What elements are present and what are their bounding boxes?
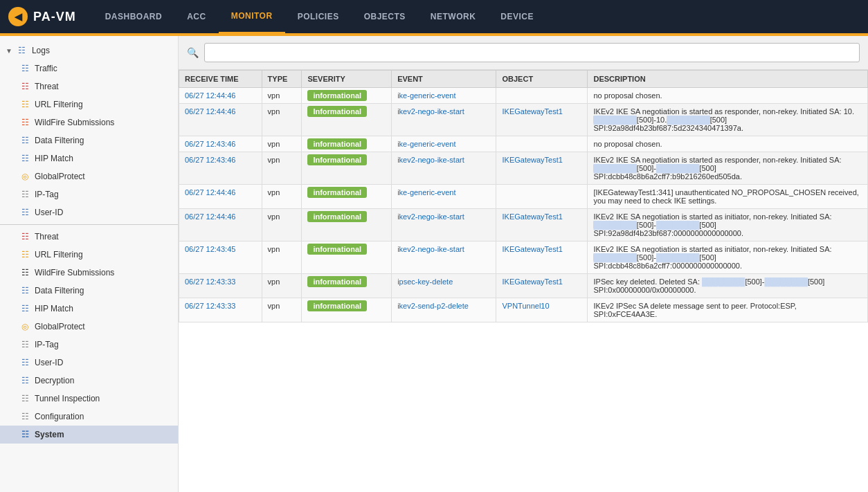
cell-time: 06/27 12:43:33 [179,274,262,298]
col-object: OBJECT [496,71,588,88]
severity-badge: Informational [307,106,367,117]
wildfire2-icon: ☷ [19,267,30,278]
cell-type: vpn [262,104,302,136]
sidebar-item-data-filtering[interactable]: ☷ Data Filtering [0,131,178,149]
hip-icon: ☷ [19,153,30,164]
search-input[interactable] [204,43,860,62]
cell-event: ike-generic-event [392,136,496,152]
sidebar-item-gp2[interactable]: ◎ GlobalProtect [0,318,178,336]
sidebar-item-iptag2[interactable]: ☷ IP-Tag [0,336,178,354]
sidebar-item-globalprotect[interactable]: ◎ GlobalProtect [0,167,178,185]
severity-badge: Informational [307,154,367,165]
table-row[interactable]: 06/27 12:43:46 vpn informational ike-gen… [179,136,868,152]
logo-area: ◀ PA-VM [8,7,76,26]
sidebar-divider [0,224,178,225]
cell-time: 06/27 12:44:46 [179,104,262,136]
table-row[interactable]: 06/27 12:44:46 vpn Informational ikev2-n… [179,104,868,136]
sidebar-datafilter2-label: Data Filtering [35,286,84,295]
cell-event: ikev2-send-p2-delete [392,298,496,322]
cell-severity: Informational [302,152,392,185]
sidebar-wildfire-label: WildFire Submissions [35,118,114,127]
sidebar-logs-header[interactable]: ▼ ☷ Logs [0,42,178,60]
cell-time: 06/27 12:43:33 [179,298,262,322]
sidebar-tunnel-label: Tunnel Inspection [35,394,100,403]
gp2-icon: ◎ [19,321,30,332]
userid2-icon: ☷ [19,357,30,368]
table-row[interactable]: 06/27 12:44:46 vpn informational ike-gen… [179,185,868,209]
sidebar-gp2-label: GlobalProtect [35,322,85,331]
iptag-icon: ☷ [19,189,30,200]
sidebar-iptag2-label: IP-Tag [35,340,59,349]
sidebar-item-iptag[interactable]: ☷ IP-Tag [0,185,178,203]
sidebar-item-threat[interactable]: ☷ Threat [0,78,178,95]
sidebar-item-threat2[interactable]: ☷ Threat [0,228,178,246]
sidebar-system-label: System [35,430,64,439]
log-table: RECEIVE TIME TYPE SEVERITY EVENT OBJECT … [179,70,868,322]
traffic-icon: ☷ [19,63,30,74]
col-type: TYPE [262,71,302,88]
sidebar-item-configuration[interactable]: ☷ Configuration [0,408,178,426]
table-row[interactable]: 06/27 12:43:46 vpn Informational ikev2-n… [179,152,868,185]
cell-severity: informational [302,185,392,209]
cell-object: IKEGatewayTest1 [496,209,588,242]
threat-icon: ☷ [19,81,30,92]
top-navigation: ◀ PA-VM DASHBOARD ACC MONITOR POLICIES O… [0,0,868,33]
sidebar-item-userid2[interactable]: ☷ User-ID [0,354,178,372]
cell-description: IKEv2 IPSec SA delete message sent to pe… [588,298,868,322]
table-row[interactable]: 06/27 12:43:45 vpn informational ikev2-n… [179,242,868,274]
search-bar: 🔍 [179,36,868,70]
sidebar-item-url-filtering[interactable]: ☷ URL Filtering [0,95,178,113]
nav-network[interactable]: NETWORK [418,0,489,33]
cell-time: 06/27 12:44:46 [179,185,262,209]
sidebar-userid-label: User-ID [35,208,63,217]
sidebar-item-datafilter2[interactable]: ☷ Data Filtering [0,282,178,300]
sidebar-item-hip-match[interactable]: ☷ HIP Match [0,149,178,167]
severity-badge: informational [307,276,367,287]
cell-description: IKEv2 IKE SA negotiation is started as r… [588,104,868,136]
cell-description: [IKEGatewayTest1:341] unauthenticated NO… [588,185,868,209]
cell-event: ikev2-nego-ike-start [392,104,496,136]
cell-description: IKEv2 IKE SA negotiation is started as i… [588,242,868,274]
nav-acc[interactable]: ACC [174,0,219,33]
nav-policies[interactable]: POLICIES [285,0,352,33]
cell-object [496,136,588,152]
url2-icon: ☷ [19,249,30,260]
iptag2-icon: ☷ [19,339,30,350]
cell-severity: informational [302,88,392,104]
cell-event: ikev2-nego-ike-start [392,242,496,274]
cell-description: no proposal chosen. [588,136,868,152]
sidebar-iptag-label: IP-Tag [35,190,59,199]
sidebar-item-hip2[interactable]: ☷ HIP Match [0,300,178,318]
severity-badge: informational [307,138,367,149]
table-row[interactable]: 06/27 12:44:46 vpn informational ike-gen… [179,88,868,104]
chevron-down-icon: ▼ [6,47,12,55]
gp-icon: ◎ [19,171,30,182]
nav-dashboard[interactable]: DASHBOARD [93,0,175,33]
sidebar-item-system[interactable]: ☷ System [0,426,178,444]
cell-description: no proposal chosen. [588,88,868,104]
sidebar-item-userid[interactable]: ☷ User-ID [0,203,178,221]
nav-device[interactable]: DEVICE [488,0,546,33]
sidebar-hip2-label: HIP Match [35,304,73,313]
sidebar-config-label: Configuration [35,412,84,421]
sidebar-bottom-section: ☷ Threat ☷ URL Filtering ☷ WildFire Subm… [0,228,178,444]
sidebar-item-wildfire[interactable]: ☷ WildFire Submissions [0,113,178,131]
cell-object: IKEGatewayTest1 [496,152,588,185]
cell-severity: informational [302,298,392,322]
sidebar-item-decryption[interactable]: ☷ Decryption [0,372,178,390]
cell-type: vpn [262,152,302,185]
table-row[interactable]: 06/27 12:44:46 vpn informational ikev2-n… [179,209,868,242]
sidebar-userid2-label: User-ID [35,358,63,367]
sidebar-item-traffic[interactable]: ☷ Traffic [0,60,178,78]
nav-objects[interactable]: OBJECTS [352,0,418,33]
sidebar-url2-label: URL Filtering [35,250,83,259]
table-row[interactable]: 06/27 12:43:33 vpn informational ipsec-k… [179,274,868,298]
sidebar-item-tunnel[interactable]: ☷ Tunnel Inspection [0,390,178,408]
nav-monitor[interactable]: MONITOR [219,0,285,33]
sidebar-item-url2[interactable]: ☷ URL Filtering [0,246,178,264]
table-row[interactable]: 06/27 12:43:33 vpn informational ikev2-s… [179,298,868,322]
sidebar: ▼ ☷ Logs ☷ Traffic ☷ Threat ☷ URL Filter… [0,36,179,492]
sidebar-item-wildfire2[interactable]: ☷ WildFire Submissions [0,264,178,282]
severity-badge: informational [307,187,367,198]
cell-event: ikev2-nego-ike-start [392,209,496,242]
